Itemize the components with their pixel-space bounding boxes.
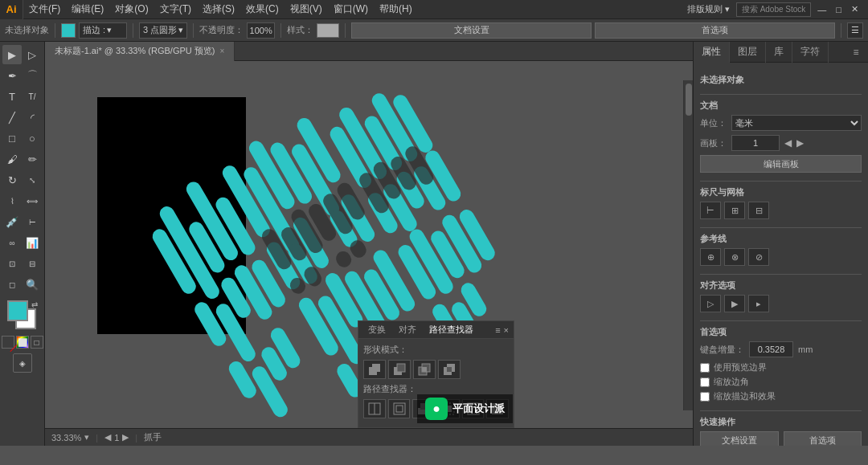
menu-effects[interactable]: 效果(C) xyxy=(240,0,285,19)
tool-row-2: ✒ ⌒ xyxy=(2,66,42,85)
panel-menu-btn[interactable]: ≡ xyxy=(847,43,865,61)
menu-help[interactable]: 帮助(H) xyxy=(374,0,418,19)
paintbrush-tool[interactable]: 🖌 xyxy=(2,149,22,169)
align-tab[interactable]: 对齐 xyxy=(394,324,421,336)
preferences-toolbar-btn[interactable]: 首选项 xyxy=(595,22,835,39)
slice-tool[interactable]: ⊟ xyxy=(23,254,42,273)
menu-view[interactable]: 视图(V) xyxy=(285,0,328,19)
direct-select-tool[interactable]: ▷ xyxy=(23,45,42,64)
maximize-btn[interactable]: □ xyxy=(833,3,845,16)
vertical-scrollbar[interactable] xyxy=(683,80,693,410)
opacity-input[interactable] xyxy=(247,22,275,39)
unite-btn[interactable] xyxy=(363,360,386,379)
none-fill-icon[interactable] xyxy=(2,336,14,349)
warp-tool[interactable]: ⌇ xyxy=(2,191,22,210)
keyboard-increment-unit: mm xyxy=(798,345,813,354)
fill-stroke-indicators: ⬜ □ xyxy=(2,336,43,349)
point-type-dropdown[interactable]: 3 点圆形 ▾ xyxy=(139,22,187,39)
transform-tab[interactable]: 变换 xyxy=(363,324,391,336)
trim-btn[interactable] xyxy=(388,399,411,418)
preview-bounds-cb[interactable] xyxy=(700,363,710,373)
swap-colors-btn[interactable]: ⇄ xyxy=(31,300,38,309)
minimize-btn[interactable]: — xyxy=(814,3,829,16)
guide3-icon[interactable]: ⊘ xyxy=(748,248,769,266)
intersect-btn[interactable] xyxy=(413,360,436,379)
doc-settings-toolbar-btn[interactable]: 文档设置 xyxy=(351,22,592,39)
line-tool[interactable]: ╱ xyxy=(2,108,22,127)
snap1-icon[interactable]: ▷ xyxy=(700,295,721,312)
tab-properties[interactable]: 属性 xyxy=(694,42,730,63)
width-tool[interactable]: ⟺ xyxy=(23,191,42,210)
color-icon[interactable]: ⬜ xyxy=(16,336,29,349)
doc-settings-btn[interactable]: 文档设置 xyxy=(700,431,779,446)
menu-object[interactable]: 对象(O) xyxy=(109,0,154,19)
next-page-btn[interactable]: ▶ xyxy=(122,432,129,443)
rect-tool[interactable]: □ xyxy=(2,128,22,148)
extra-options-btn[interactable]: ☰ xyxy=(847,22,863,39)
edit-artboards-btn[interactable]: 编辑画板 xyxy=(700,155,862,173)
prev-page-btn[interactable]: ◀ xyxy=(104,432,111,443)
pathfinder-menu-icon[interactable]: ≡ xyxy=(495,325,500,335)
snap2-icon[interactable]: ▶ xyxy=(724,295,745,312)
unit-select[interactable]: 毫米 xyxy=(731,115,862,131)
rotate-tool[interactable]: ↻ xyxy=(2,170,22,190)
curvature-tool[interactable]: ⌒ xyxy=(23,66,42,85)
snap3-icon[interactable]: ▸ xyxy=(748,295,769,312)
pathfinder-tab[interactable]: 路径查找器 xyxy=(424,324,478,336)
menu-edit[interactable]: 编辑(E) xyxy=(66,0,109,19)
eraser-tool[interactable]: ◻ xyxy=(2,275,22,294)
eyedropper-tool[interactable]: 💉 xyxy=(2,212,22,231)
ellipse-tool[interactable]: ○ xyxy=(23,128,42,148)
guide1-icon[interactable]: ⊕ xyxy=(700,248,721,266)
quick-actions-title: 快速操作 xyxy=(700,416,862,428)
arc-tool[interactable]: ◜ xyxy=(23,108,42,127)
column-graph-tool[interactable]: 📊 xyxy=(23,233,42,252)
search-stock-input[interactable]: 搜索 Adobe Stock xyxy=(736,2,811,17)
close-btn[interactable]: ✕ xyxy=(848,2,862,16)
tab-character[interactable]: 字符 xyxy=(792,42,829,63)
svg-rect-61 xyxy=(334,249,354,270)
tab-layers[interactable]: 图层 xyxy=(730,42,766,63)
measure-tool[interactable]: ⊢ xyxy=(23,212,42,231)
exclude-btn[interactable] xyxy=(438,360,461,379)
svg-rect-80 xyxy=(396,406,403,412)
prev-artboard-btn[interactable]: ◀ xyxy=(784,137,792,149)
keyboard-increment-input[interactable] xyxy=(749,341,793,357)
menu-select[interactable]: 选择(S) xyxy=(197,0,240,19)
menu-file[interactable]: 文件(F) xyxy=(23,0,66,19)
scale-tool[interactable]: ⤡ xyxy=(23,170,42,190)
foreground-color-box[interactable] xyxy=(7,300,28,321)
divide-btn[interactable] xyxy=(363,399,386,418)
scale-corners-cb[interactable] xyxy=(700,377,710,387)
artboard-input[interactable] xyxy=(731,135,780,151)
grid-icon[interactable]: ⊞ xyxy=(724,202,745,219)
document-tab[interactable]: 未标题-1.ai* @ 33.33% (RGB/GPU 预览) × xyxy=(45,42,235,61)
fill-swatch[interactable] xyxy=(61,23,76,38)
none-icon2[interactable]: □ xyxy=(31,336,43,349)
stroke-dropdown[interactable]: 描边 : ▾ xyxy=(79,22,127,39)
type-tool[interactable]: T xyxy=(2,87,22,106)
scale-strokes-cb[interactable] xyxy=(700,392,710,402)
preferences-panel-btn[interactable]: 首选项 xyxy=(784,431,862,446)
artboard-tool[interactable]: ⊡ xyxy=(2,254,22,273)
pathfinder-close-btn[interactable]: × xyxy=(504,325,509,335)
select-tool[interactable]: ▶ xyxy=(2,45,22,64)
pencil-tool[interactable]: ✏ xyxy=(23,149,42,169)
next-artboard-btn[interactable]: ▶ xyxy=(796,137,804,149)
draw-inside-btn[interactable]: ◈ xyxy=(13,353,32,373)
blend-tool[interactable]: ∞ xyxy=(2,233,22,252)
grid2-icon[interactable]: ⊟ xyxy=(748,202,769,219)
menu-window[interactable]: 窗口(W) xyxy=(328,0,374,19)
pen-tool[interactable]: ✒ xyxy=(2,66,22,85)
menu-type[interactable]: 文字(T) xyxy=(154,0,197,19)
guide2-icon[interactable]: ⊗ xyxy=(724,248,745,266)
tool-row-12: ◻ 🔍 xyxy=(2,275,42,294)
ruler-icon[interactable]: ⊢ xyxy=(700,202,721,219)
minus-front-btn[interactable] xyxy=(388,360,411,379)
zoom-tool[interactable]: 🔍 xyxy=(23,275,42,294)
style-swatch[interactable] xyxy=(317,23,339,38)
tab-close-btn[interactable]: × xyxy=(219,47,224,55)
ruler-grid-section: 标尺与网格 ⊢ ⊞ ⊟ xyxy=(700,186,862,219)
type-on-path-tool[interactable]: T/ xyxy=(23,87,42,106)
tab-libraries[interactable]: 库 xyxy=(766,42,792,63)
